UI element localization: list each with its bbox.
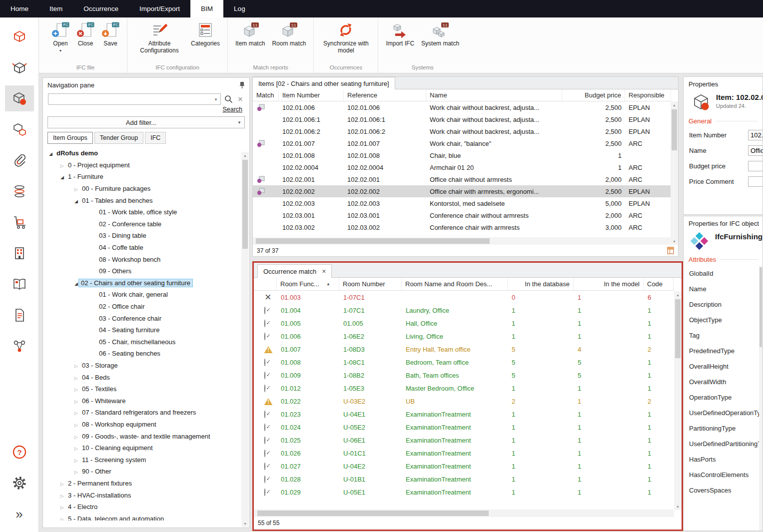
ifc-attribute-row[interactable]: CoversSpaces [684,483,763,498]
tree-expander-icon[interactable] [72,185,80,192]
menu-item[interactable]: BIM [190,0,223,17]
column-header-budget-price[interactable]: Budget price [562,89,625,101]
attributes-scrollbar[interactable] [759,266,763,531]
tree-item[interactable]: 03 - Conference chair [43,312,249,324]
item-match-button[interactable]: 1:1 Item match [232,19,268,48]
column-header-in-database[interactable]: In the database [508,278,574,290]
ifc-attribute-row[interactable]: HasPorts [684,452,763,467]
tree-item[interactable]: 03 - Dining table [43,230,249,242]
search-options-chevron-icon[interactable]: ▾ [211,97,220,102]
navigation-tab[interactable]: Item Groups [47,132,93,144]
ifc-attribute-row[interactable]: OperationType [684,390,763,405]
column-header-code[interactable]: Code [644,278,674,290]
tree-item[interactable]: 04 - Seating furniture [43,324,249,336]
column-header-reference[interactable]: Reference [344,89,426,101]
tree-item[interactable]: 05 - Chair, mischellaneous [43,336,249,348]
occurrence-row[interactable]: 01.005 01.005 Hall, Office 1 1 1 [254,317,674,330]
tree-item[interactable]: 02 - Office chair [43,301,249,313]
scroll-down-icon[interactable]: ▼ [674,503,682,510]
scroll-down-icon[interactable]: ▼ [241,520,249,527]
tree-item[interactable]: 01 - Work chair, general [43,289,249,301]
column-header-room-number[interactable]: Room Number [339,278,402,290]
tree-item[interactable]: 07 - Standard refrigerators and freezers [43,407,249,419]
tree-expander-icon[interactable] [72,197,80,204]
attachments-module-button[interactable] [5,147,34,173]
room-match-button[interactable]: 1:1 Room match [268,19,309,48]
documents-module-button[interactable] [5,302,34,328]
chevron-down-icon[interactable]: ▾ [59,48,61,53]
items-module-button[interactable] [5,85,34,111]
menu-item[interactable]: Import/Export [129,0,190,17]
tree-item[interactable]: 02 - Chairs and other seating furniture [43,277,249,289]
column-header-item-number[interactable]: Item Number [279,89,344,101]
tree-item[interactable]: 4 - Electro [43,501,249,513]
tree-expander-icon[interactable] [72,374,80,381]
occurrence-row[interactable]: 01.026 U-01C1 ExaminationTreatment 1 1 1 [254,447,674,460]
item-row[interactable]: 102.02.0004 102.02.0004 Armchair 01 20 1… [253,161,671,173]
item-row[interactable]: 102.01.007 102.01.007 Work chair, "balan… [253,137,671,149]
menu-item[interactable]: Log [223,0,256,17]
open-button[interactable]: IFC Open ▾ [48,19,73,54]
ifc-attribute-row[interactable]: UserDefinedOperationType [684,405,763,421]
tree-item[interactable]: 11 - Screening system [43,454,249,466]
items-tab[interactable]: Items [02 - Chairs and other seating fur… [252,77,395,89]
tree-item[interactable]: 04 - Coffe table [43,242,249,254]
menu-item[interactable]: Item [39,0,73,17]
item-row[interactable]: 102.01.008 102.01.008 Chair, blue 1 [253,149,671,161]
tree-item[interactable]: dRofus demo [43,147,249,159]
tree-item[interactable]: 5 - Data, telecom and automation [43,513,249,521]
tree-item[interactable]: 09 - Others [43,265,249,277]
tree-item[interactable]: 06 - Whiteware [43,395,249,407]
tree-item[interactable]: 1 - Furniture [43,171,249,183]
search-link[interactable]: Search [222,106,242,113]
item-row[interactable]: 102.01.006 102.01.006 Work chair without… [253,101,671,113]
occurrence-vertical-scrollbar[interactable]: ▲ ▼ [674,291,682,510]
item-row[interactable]: 102.03.003 102.03.003 1 ARC [253,233,671,237]
tree-expander-icon[interactable] [72,444,80,452]
property-field-input[interactable] [748,161,763,171]
occurrence-horizontal-scrollbar[interactable] [254,510,674,517]
ifc-attribute-row[interactable]: GlobalId [684,266,763,281]
settings-button[interactable] [5,470,34,496]
system-match-button[interactable]: 1:1 System match [418,19,463,48]
occurrence-row[interactable]: 01.012 1-05E3 Master Bedroom, Office 1 1… [254,382,674,395]
items-vertical-scrollbar[interactable]: ▲ ▼ [671,101,678,245]
tree-item[interactable]: 90 - Other [43,466,249,478]
tree-item[interactable]: 01 - Work table, office style [43,206,249,218]
tree-item[interactable]: 01 - Tables and benches [43,194,249,206]
scroll-up-icon[interactable]: ▲ [674,291,682,298]
item-row[interactable]: 102.02.001 102.02.001 Office chair witho… [253,173,671,185]
tree-expander-icon[interactable] [72,456,80,464]
tree-expander-icon[interactable] [58,515,66,521]
occurrence-row[interactable]: 01.007 1-08D3 Entry Hall, Team office 5 … [254,343,674,356]
navigation-scrollbar[interactable]: ▲ ▼ [241,152,249,527]
occurrence-row[interactable]: 01.027 U-04E2 ExaminationTreatment 1 1 1 [254,460,674,473]
occurrence-row[interactable]: 01.023 U-04E1 ExaminationTreatment 1 1 1 [254,408,674,421]
data-module-button[interactable] [5,178,34,204]
logistics-module-button[interactable] [5,209,34,235]
column-header-room-function[interactable]: Room Func...▲ [277,278,339,290]
column-header-name[interactable]: Name [426,89,562,101]
tree-expander-icon[interactable] [72,362,80,369]
expand-rail-button[interactable]: » [5,501,34,527]
occurrence-row[interactable]: 01.003 1-07C1 0 1 6 [254,291,674,304]
occurrence-row[interactable]: 01.025 U-06E1 ExaminationTreatment 1 1 1 [254,434,674,447]
tree-expander-icon[interactable] [72,409,80,416]
ifc-attribute-row[interactable]: UserDefinedPartitioningType [684,436,763,452]
tree-expander-icon[interactable] [58,503,66,511]
ifc-attribute-row[interactable]: OverallHeight [684,359,763,374]
tree-item[interactable]: 02 - Conference table [43,218,249,230]
catalog-module-button[interactable] [5,271,34,297]
import-ifc-button[interactable]: Import IFC [382,19,418,48]
tree-expander-icon[interactable] [72,433,80,440]
occurrence-match-tab[interactable]: Occurrence match × [257,264,332,278]
tree-item[interactable]: 04 - Beds [43,371,249,383]
tree-expander-icon[interactable] [72,397,80,405]
tree-expander-icon[interactable] [58,492,66,499]
occurrence-row[interactable]: 01.024 U-05E2 ExaminationTreatment 1 1 1 [254,421,674,434]
systems-module-button[interactable] [5,116,34,142]
tree-item[interactable]: 10 - Cleaning equipment [43,442,249,454]
tree-expander-icon[interactable] [58,161,66,169]
item-row[interactable]: 102.03.001 102.03.001 Conference chair w… [253,209,671,221]
room-function-module-button[interactable] [5,54,34,80]
